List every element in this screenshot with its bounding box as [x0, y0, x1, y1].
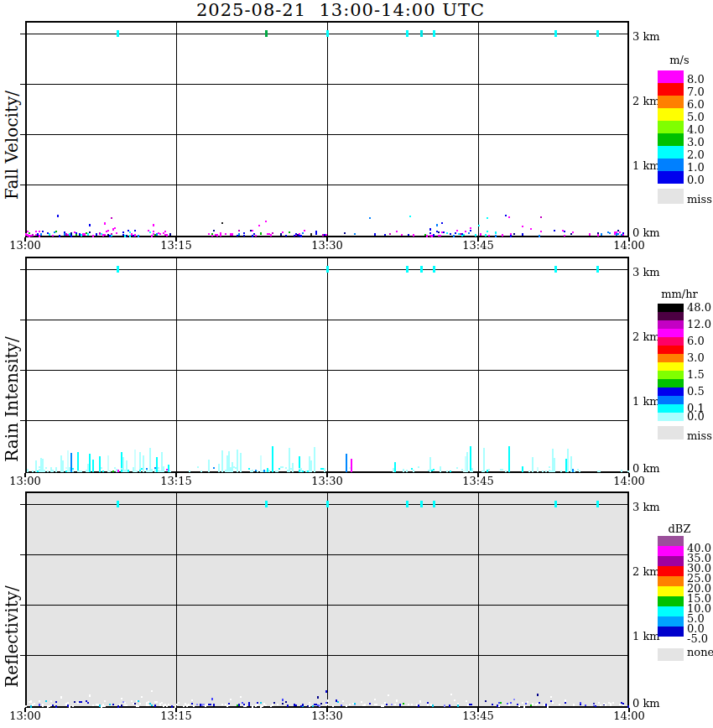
- plot-canvas-rain-intensity: [20, 257, 634, 478]
- x-axis-label: 13:15: [153, 710, 200, 722]
- legend-label: 12.0: [687, 319, 713, 330]
- x-axis-label: 13:15: [153, 476, 200, 487]
- legend-missing-label: miss: [687, 430, 713, 442]
- x-axis-label: 13:45: [455, 240, 502, 252]
- legend-missing-box: [658, 426, 684, 439]
- panel-rain-intensity: Rain Intensity/ 13:0013:1513:3013:4514:0…: [0, 257, 713, 488]
- legend-color-box: [658, 354, 684, 362]
- x-axis-label: 13:00: [2, 240, 49, 252]
- legend-color-box: [658, 546, 684, 556]
- x-axis-label: 13:15: [153, 240, 200, 252]
- y-axis-label: 0 km: [632, 463, 671, 475]
- legend-label: 8.0: [687, 74, 713, 86]
- x-axis-label: 13:00: [2, 476, 49, 487]
- legend-label: 6.0: [687, 99, 713, 111]
- legend-color-box: [658, 159, 684, 171]
- legend-color-box: [658, 96, 684, 108]
- legend-label: 0.5: [687, 386, 713, 398]
- legend-missing-box: [658, 648, 684, 661]
- legend-color-box: [658, 379, 684, 387]
- x-axis-label: 13:45: [455, 476, 502, 487]
- legend-label: 3.0: [687, 352, 713, 364]
- x-axis-label: 13:00: [2, 710, 49, 722]
- y-axis-label: 3 km: [632, 31, 671, 43]
- legend-color-box: [658, 371, 684, 379]
- legend-title: m/s: [658, 55, 701, 66]
- panel-fall-velocity: Fall Velocity/ 13:0013:1513:3013:4514:00…: [0, 21, 713, 252]
- legend-color-box: [658, 404, 684, 413]
- legend-label: -5.0: [687, 633, 713, 645]
- panel-reflectivity: Reflectivity/ 13:0013:1513:3013:4514:003…: [0, 491, 713, 723]
- x-axis-label: 13:30: [304, 240, 351, 252]
- legend-title: dBZ: [658, 523, 701, 535]
- y-axis-title-fall-velocity: Fall Velocity/: [3, 61, 21, 229]
- legend-color-box: [658, 576, 684, 586]
- y-axis-title-reflectivity: Reflectivity/: [3, 553, 21, 720]
- legend-label: 0.0: [687, 411, 713, 423]
- legend-color-box: [658, 413, 684, 421]
- x-axis-label: 14:00: [606, 240, 653, 252]
- legend-color-box: [658, 171, 684, 184]
- plot-canvas-reflectivity: [20, 491, 634, 713]
- legend-color-box: [658, 329, 684, 337]
- legend-missing-label: none: [687, 647, 713, 658]
- plot-canvas-fall-velocity: [20, 21, 634, 242]
- legend-color-box: [658, 616, 684, 627]
- legend-color-box: [658, 387, 684, 396]
- legend-color-box: [658, 396, 684, 404]
- legend-label: 1.5: [687, 369, 713, 381]
- y-axis-label: 0 km: [632, 227, 671, 239]
- x-axis-label: 13:30: [304, 710, 351, 722]
- y-axis-label: 0 km: [632, 698, 671, 710]
- legend-color-box: [658, 606, 684, 616]
- legend-color-box: [658, 70, 684, 83]
- x-axis-label: 14:00: [606, 476, 653, 487]
- x-axis-label: 14:00: [606, 710, 653, 722]
- legend-label: 4.0: [687, 124, 713, 136]
- legend-missing-box: [658, 189, 684, 204]
- legend-color-box: [658, 362, 684, 371]
- y-axis-title-rain-intensity: Rain Intensity/: [3, 315, 21, 483]
- legend-color-box: [658, 337, 684, 346]
- legend-label: 0.0: [687, 174, 713, 186]
- legend-color-box: [658, 586, 684, 596]
- legend-color-box: [658, 320, 684, 329]
- chart-title: 2025-08-21 13:00-14:00 UTC: [0, 0, 681, 20]
- legend-color-box: [658, 312, 684, 320]
- legend-label: 7.0: [687, 86, 713, 98]
- legend-color-box: [658, 536, 684, 546]
- legend-color-box: [658, 596, 684, 606]
- legend-title: mm/hr: [658, 289, 701, 300]
- legend-color-box: [658, 133, 684, 146]
- x-axis-label: 13:30: [304, 476, 351, 487]
- legend-label: 5.0: [687, 112, 713, 123]
- page: 2025-08-21 13:00-14:00 UTC Fall Velocity…: [0, 0, 713, 728]
- legend-color-box: [658, 83, 684, 96]
- legend-label: 48.0: [687, 302, 713, 314]
- legend-color-box: [658, 108, 684, 121]
- legend-missing-label: miss: [687, 194, 713, 205]
- legend-color-box: [658, 146, 684, 159]
- legend-label: 2.0: [687, 149, 713, 161]
- legend-label: 6.0: [687, 335, 713, 347]
- y-axis-label: 3 km: [632, 267, 671, 278]
- legend-color-box: [658, 556, 684, 566]
- legend-color-box: [658, 566, 684, 576]
- legend-color-box: [658, 627, 684, 637]
- x-axis-label: 13:45: [455, 710, 502, 722]
- legend-color-box: [658, 304, 684, 312]
- y-axis-label: 3 km: [632, 502, 671, 513]
- legend-label: 1.0: [687, 162, 713, 174]
- legend-color-box: [658, 346, 684, 354]
- legend-label: 3.0: [687, 137, 713, 148]
- legend-color-box: [658, 121, 684, 133]
